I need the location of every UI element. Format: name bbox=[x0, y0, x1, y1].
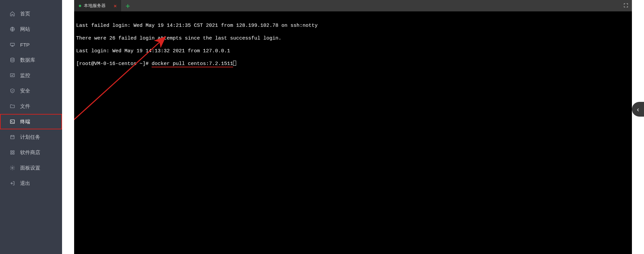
chevron-left-icon: ‹ bbox=[637, 106, 639, 113]
terminal-output[interactable]: Last failed login: Wed May 19 14:21:35 C… bbox=[74, 11, 632, 254]
sidebar: 首页 网站 FTP 数据库 监控 bbox=[0, 0, 62, 254]
home-icon bbox=[9, 11, 15, 17]
sidebar-item-app-store[interactable]: 软件商店 bbox=[0, 145, 62, 160]
sidebar-item-label: 终端 bbox=[20, 119, 30, 125]
terminal-line: There were 26 failed login attempts sinc… bbox=[76, 35, 630, 42]
monitor-icon bbox=[9, 72, 15, 78]
terminal-line: Last failed login: Wed May 19 14:21:35 C… bbox=[76, 22, 630, 29]
sidebar-item-file[interactable]: 文件 bbox=[0, 99, 62, 114]
sidebar-item-terminal[interactable]: 终端 bbox=[0, 114, 62, 129]
logout-icon bbox=[9, 180, 15, 186]
sidebar-gap bbox=[62, 0, 74, 254]
sidebar-item-label: 首页 bbox=[20, 11, 30, 17]
svg-rect-6 bbox=[11, 151, 12, 152]
sidebar-item-label: FTP bbox=[20, 42, 30, 48]
sidebar-item-label: 网站 bbox=[20, 26, 30, 33]
sidebar-item-cron[interactable]: 计划任务 bbox=[0, 129, 62, 145]
main-area: 本地服务器 × ＋ Last failed login: Wed May 19 … bbox=[74, 0, 644, 254]
tab-status-dot bbox=[79, 5, 81, 7]
globe-icon bbox=[9, 26, 15, 32]
sidebar-item-label: 软件商店 bbox=[20, 149, 40, 156]
folder-icon bbox=[9, 103, 15, 109]
sidebar-item-label: 计划任务 bbox=[20, 134, 40, 140]
sidebar-item-logout[interactable]: 退出 bbox=[0, 176, 62, 191]
svg-point-2 bbox=[11, 58, 14, 59]
terminal-tabbar: 本地服务器 × ＋ bbox=[74, 0, 632, 11]
terminal-tab[interactable]: 本地服务器 × bbox=[74, 0, 122, 11]
terminal-cursor bbox=[233, 61, 236, 66]
sidebar-item-label: 文件 bbox=[20, 103, 30, 110]
terminal-prompt-line: [root@VM-0-16-centos ~]# docker pull cen… bbox=[76, 61, 630, 67]
terminal-line: Last login: Wed May 19 14:13:32 2021 fro… bbox=[76, 48, 630, 54]
sidebar-item-security[interactable]: 安全 bbox=[0, 83, 62, 99]
sidebar-item-label: 面板设置 bbox=[20, 165, 40, 171]
shield-icon bbox=[9, 88, 15, 94]
sidebar-item-ftp[interactable]: FTP bbox=[0, 37, 62, 52]
sidebar-item-label: 退出 bbox=[20, 180, 30, 187]
svg-rect-9 bbox=[13, 153, 14, 154]
tasks-icon bbox=[9, 134, 15, 140]
svg-rect-5 bbox=[11, 135, 14, 139]
sidebar-item-home[interactable]: 首页 bbox=[0, 6, 62, 21]
svg-point-10 bbox=[12, 167, 13, 169]
terminal-icon bbox=[9, 119, 15, 125]
tab-label: 本地服务器 bbox=[84, 3, 106, 9]
side-collapse-handle[interactable]: ‹ bbox=[632, 102, 644, 117]
sidebar-item-database[interactable]: 数据库 bbox=[0, 52, 62, 68]
tab-add-button[interactable]: ＋ bbox=[122, 0, 134, 11]
sidebar-item-site[interactable]: 网站 bbox=[0, 21, 62, 37]
sidebar-item-label: 监控 bbox=[20, 72, 30, 79]
sidebar-item-panel-settings[interactable]: 面板设置 bbox=[0, 160, 62, 176]
svg-rect-4 bbox=[10, 120, 14, 124]
sidebar-item-monitor[interactable]: 监控 bbox=[0, 68, 62, 83]
fullscreen-icon[interactable] bbox=[623, 3, 629, 9]
annotation-arrow bbox=[74, 31, 175, 132]
svg-rect-1 bbox=[10, 43, 14, 46]
ftp-icon bbox=[9, 42, 15, 48]
svg-rect-7 bbox=[13, 151, 14, 152]
sidebar-item-label: 数据库 bbox=[20, 57, 35, 63]
settings-icon bbox=[9, 165, 15, 171]
terminal-prompt: [root@VM-0-16-centos ~]# bbox=[76, 61, 152, 67]
svg-rect-8 bbox=[11, 153, 12, 154]
tab-close-icon[interactable]: × bbox=[114, 3, 117, 9]
sidebar-item-label: 安全 bbox=[20, 88, 30, 94]
apps-icon bbox=[9, 149, 15, 155]
database-icon bbox=[9, 57, 15, 63]
terminal-command: docker pull centos:7.2.1511 bbox=[152, 61, 233, 67]
